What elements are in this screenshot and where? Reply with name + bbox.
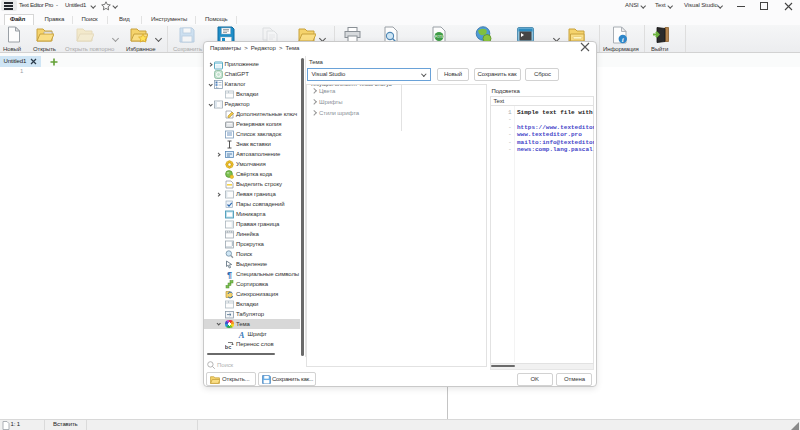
- svg-text:bc: bc: [225, 343, 231, 349]
- svg-text:¶: ¶: [227, 270, 232, 279]
- svg-text:i: i: [622, 36, 624, 44]
- svg-text:A: A: [237, 330, 244, 339]
- svg-text:POTS: POTS: [435, 35, 443, 39]
